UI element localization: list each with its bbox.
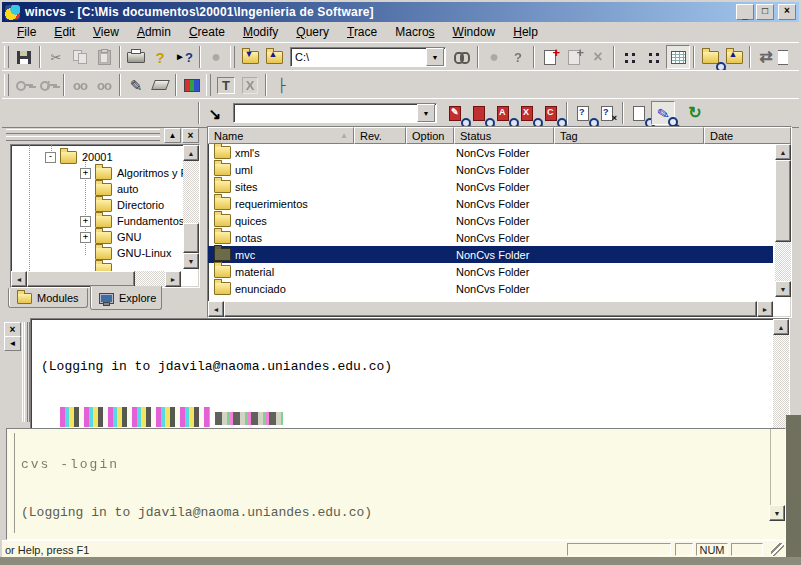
scroll-up-button[interactable]: ▲ xyxy=(183,145,199,161)
maximize-button[interactable]: □ xyxy=(756,4,774,20)
macro-run-button[interactable]: ↘ xyxy=(203,101,227,125)
macro-combobox-dropdown[interactable]: ▼ xyxy=(417,104,435,122)
file-row[interactable]: requerimientosNonCvs Folder xyxy=(208,195,773,212)
menu-macros[interactable]: Macros xyxy=(386,23,443,41)
filter-conflict-button[interactable]: X xyxy=(515,101,539,125)
filter-hide-unknown-button[interactable]: ?× xyxy=(595,101,619,125)
scroll-thumb[interactable] xyxy=(27,271,135,287)
detail-view-button[interactable] xyxy=(666,45,690,69)
tree-minus-toggle[interactable]: - xyxy=(45,152,56,163)
copy-button[interactable] xyxy=(68,45,92,69)
recursive-view-button[interactable] xyxy=(642,45,666,69)
file-row-selected[interactable]: mvcNonCvs Folder xyxy=(208,246,773,263)
macro-combobox[interactable]: ▼ xyxy=(233,103,437,123)
tree-item[interactable]: +GNU xyxy=(11,229,199,245)
filter-show-all-button[interactable] xyxy=(627,101,651,125)
scroll-left-button[interactable]: ◄ xyxy=(11,271,27,287)
add-binary-button[interactable]: + xyxy=(562,45,586,69)
path-combobox[interactable]: C:\ ▼ xyxy=(290,47,446,67)
graph-view-button[interactable]: ├ xyxy=(270,73,294,97)
tree-hscrollbar[interactable]: ◄ ► xyxy=(11,271,181,287)
tree-item[interactable]: +Fundamentos xyxy=(11,213,199,229)
filter-modified-button[interactable]: ✎ xyxy=(443,101,467,125)
toolbar-grip[interactable] xyxy=(206,74,211,96)
tree-item[interactable]: +Algoritmos y F xyxy=(11,165,199,181)
console-collapse-button[interactable]: ◄ xyxy=(4,336,21,351)
menu-window[interactable]: Window xyxy=(444,23,505,41)
help-button[interactable]: ? xyxy=(148,45,172,69)
menu-help[interactable]: Help xyxy=(504,23,547,41)
scroll-up-button[interactable]: ▲ xyxy=(775,144,791,160)
resize-grip[interactable] xyxy=(771,543,784,556)
clipped-toolbar-button[interactable] xyxy=(778,45,788,69)
menu-admin[interactable]: Admin xyxy=(128,23,180,41)
menu-modify[interactable]: Modify xyxy=(234,23,287,41)
scroll-track[interactable] xyxy=(183,161,199,223)
filter-changed-button[interactable]: C xyxy=(539,101,563,125)
scroll-left-button[interactable]: ◄ xyxy=(208,301,224,317)
login-button[interactable] xyxy=(12,73,36,97)
scroll-right-button[interactable]: ► xyxy=(757,301,773,317)
flat-view-button[interactable] xyxy=(618,45,642,69)
toolbar-grip[interactable] xyxy=(230,46,235,68)
scroll-thumb[interactable] xyxy=(183,223,199,253)
file-row[interactable]: enunciadoNonCvs Folder xyxy=(208,280,773,297)
scroll-thumb[interactable] xyxy=(775,160,791,242)
scroll-right-button[interactable]: ► xyxy=(165,271,181,287)
tree-item[interactable]: GNU-Linux xyxy=(11,245,199,261)
tree-item[interactable]: Directorio xyxy=(11,197,199,213)
scroll-down-button[interactable]: ▼ xyxy=(775,281,791,297)
text-view-button[interactable]: T xyxy=(214,73,238,97)
toolbar-grip[interactable] xyxy=(4,46,9,68)
panel-close-button[interactable]: × xyxy=(182,128,199,143)
scroll-track[interactable] xyxy=(775,242,791,281)
path-combobox-dropdown[interactable]: ▼ xyxy=(426,48,444,66)
scroll-down-button[interactable]: ▼ xyxy=(183,253,199,269)
list-vscrollbar[interactable]: ▲ ▼ xyxy=(775,144,791,297)
filter-unknown-button[interactable]: ? xyxy=(571,101,595,125)
save-button[interactable] xyxy=(12,45,36,69)
trace-button[interactable] xyxy=(180,73,204,97)
column-header-name[interactable]: Name ▲ xyxy=(208,127,354,144)
file-row[interactable]: xml'sNonCvs Folder xyxy=(208,144,773,161)
scroll-thumb[interactable] xyxy=(224,301,757,317)
menu-query[interactable]: Query xyxy=(287,23,338,41)
swap-view-button[interactable]: ⇄ xyxy=(754,45,778,69)
unedit-file-button[interactable] xyxy=(148,73,172,97)
scroll-up-button[interactable]: ▲ xyxy=(773,319,789,335)
tree-item[interactable]: auto xyxy=(11,181,199,197)
file-row[interactable]: quicesNonCvs Folder xyxy=(208,212,773,229)
explore-view-button[interactable] xyxy=(698,45,722,69)
menu-trace[interactable]: Trace xyxy=(338,23,386,41)
checkout-module-button[interactable]: ▼ xyxy=(238,45,262,69)
add-file-button[interactable]: + xyxy=(538,45,562,69)
column-header-option[interactable]: Option xyxy=(406,127,454,144)
minimize-button[interactable]: _ xyxy=(736,4,754,20)
list-hscrollbar[interactable]: ◄ ► xyxy=(208,301,773,317)
file-row[interactable]: sitesNonCvs Folder xyxy=(208,178,773,195)
column-header-tag[interactable]: Tag xyxy=(554,127,704,144)
filter-removed-button[interactable]: A xyxy=(491,101,515,125)
cut-button[interactable]: ✂ xyxy=(44,45,68,69)
tree-item[interactable]: -20001 xyxy=(11,149,199,165)
tree-plus-toggle[interactable]: + xyxy=(80,168,91,179)
app-icon[interactable] xyxy=(5,5,20,20)
tab-modules[interactable]: Modules xyxy=(8,288,88,308)
menu-edit[interactable]: Edit xyxy=(45,23,84,41)
paste-button[interactable] xyxy=(92,45,116,69)
scroll-down-button[interactable]: ▼ xyxy=(769,505,785,521)
panel-collapse-button[interactable]: ▲ xyxy=(164,128,181,143)
reload-view-button[interactable]: ↻ xyxy=(683,101,707,125)
menu-create[interactable]: Create xyxy=(180,23,234,41)
scroll-track[interactable] xyxy=(135,271,165,287)
close-button[interactable]: × xyxy=(778,4,796,20)
up-one-level-button[interactable]: ▲ xyxy=(722,45,746,69)
file-row[interactable]: materialNonCvs Folder xyxy=(208,263,773,280)
context-help-button[interactable]: ►? xyxy=(172,45,196,69)
console-grip[interactable] xyxy=(9,433,15,533)
import-module-button[interactable]: ▲ xyxy=(262,45,286,69)
tab-explore[interactable]: Explore xyxy=(90,286,162,310)
toolbar-grip[interactable] xyxy=(4,74,9,96)
update-button[interactable]: oo xyxy=(68,73,92,97)
tree-vscrollbar[interactable]: ▲ ▼ xyxy=(183,145,199,269)
